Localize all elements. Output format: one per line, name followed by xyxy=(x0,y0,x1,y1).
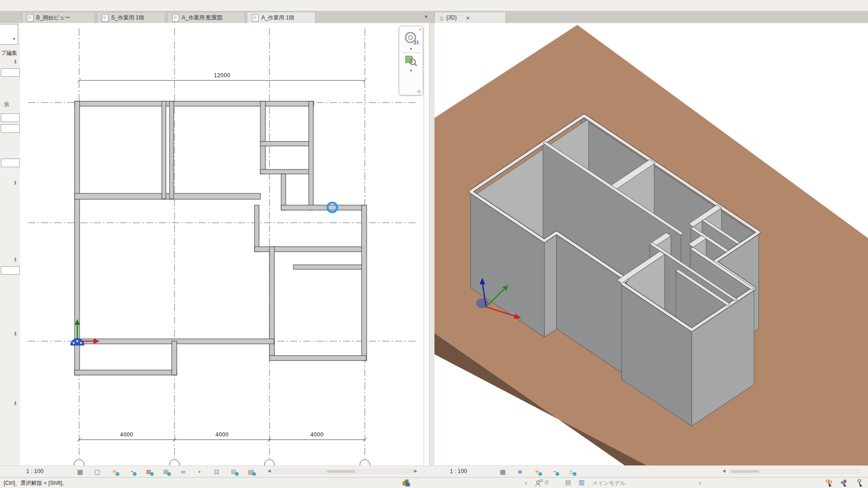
property-field[interactable] xyxy=(1,266,20,275)
navigation-bar: × 2D ▼ ▼ xyxy=(399,26,423,95)
scrollbar-thumb[interactable] xyxy=(327,470,355,473)
navbar-collapse-icon[interactable]: ⊖ xyxy=(417,89,421,94)
status-message: [Ctrl]、選択解除 = [Shift]。 xyxy=(4,479,68,487)
worksets-icon[interactable] xyxy=(402,479,410,487)
chevron-down-icon[interactable]: ▼ xyxy=(399,69,423,73)
detail-level-icon[interactable]: ▦ xyxy=(75,467,85,476)
view-icon xyxy=(102,14,108,22)
shadows-icon[interactable]: ◔ xyxy=(127,467,137,476)
revit-window: B_開始ビュー S_作業用 1階 A_作業用 配置図 A_作業用 1階 ▼ ⌂ … xyxy=(0,0,868,488)
plan-view-window: 12000 4000 4000 4000 xyxy=(20,23,429,465)
collapse-section-icon[interactable]: ∧∧ xyxy=(13,60,18,64)
dim-text[interactable]: 4000 xyxy=(215,432,228,438)
show-rendering-dialog-icon[interactable]: ♨ xyxy=(566,467,576,476)
visual-style-icon[interactable]: ▢ xyxy=(92,467,102,476)
property-field[interactable] xyxy=(1,113,20,122)
dim-text[interactable]: 4000 xyxy=(310,432,323,438)
3d-view-window xyxy=(434,23,868,465)
plan-canvas[interactable]: 12000 4000 4000 4000 xyxy=(20,23,424,465)
design-options-icon[interactable]: ▤ xyxy=(565,479,571,486)
active-design-option-label: メインモデル xyxy=(592,479,626,487)
tab-label: A_作業用 1階 xyxy=(261,14,294,22)
design-options-chevron-icon[interactable]: ∨ xyxy=(698,481,702,485)
wheel-2d-label: 2D xyxy=(413,40,419,45)
tab-label: B_開始ビュー xyxy=(36,14,70,22)
grid-bubbles[interactable] xyxy=(74,460,370,465)
type-selector-dropdown[interactable]: ▼ xyxy=(0,24,18,45)
temporary-view-properties-icon[interactable]: ● xyxy=(194,467,204,476)
close-icon[interactable]: × xyxy=(466,14,470,22)
collapse-section-icon[interactable]: ∧∧ xyxy=(13,181,18,185)
property-field[interactable] xyxy=(1,159,20,167)
select-underlay-icon[interactable] xyxy=(840,479,848,487)
view-icon xyxy=(27,14,33,22)
collapse-section-icon[interactable]: ∧∧ xyxy=(13,258,18,262)
scroll-left-icon[interactable]: ◀ xyxy=(268,469,271,473)
active-design-option-icon[interactable]: ▥ xyxy=(579,479,585,486)
zoom-region-icon xyxy=(404,54,418,67)
dim-text[interactable]: 4000 xyxy=(120,432,133,438)
properties-palette-fragment: ▼ プ編集 ∧∧ 示 ∧∧ ∧∧ ∧∧ ∧∧ xyxy=(0,23,20,465)
crop-view-icon[interactable]: ⊠ xyxy=(144,467,154,476)
status-bar: [Ctrl]、選択解除 = [Shift]。 ∨ :0 ▤ ▥ メインモデル ∨ xyxy=(0,477,868,488)
worksharing-display-icon[interactable]: ▤ xyxy=(246,467,256,476)
property-label: 示 xyxy=(4,101,9,108)
view-icon xyxy=(252,14,259,22)
select-pinned-icon[interactable] xyxy=(856,479,864,487)
dimension-bottom[interactable] xyxy=(77,438,367,441)
scroll-left-icon[interactable]: ◀ xyxy=(722,469,726,473)
steering-wheel-button[interactable]: 2D ▼ xyxy=(399,32,423,51)
zoom-region-button[interactable]: ▼ xyxy=(399,54,423,73)
select-links-icon[interactable] xyxy=(825,479,833,487)
reveal-hidden-elements-icon[interactable]: ∞ xyxy=(178,467,188,476)
dim-text[interactable]: 12000 xyxy=(214,72,231,79)
tab-a-work-siteplan[interactable]: A_作業用 配置図 xyxy=(167,12,245,23)
ribbon-bottom-strip xyxy=(0,0,868,11)
plan-horizontal-scrollbar[interactable] xyxy=(274,469,412,474)
chevron-down-icon[interactable]: ▼ xyxy=(399,47,423,51)
tab-a-work-1f[interactable]: A_作業用 1階 xyxy=(247,12,316,23)
show-crop-region-icon[interactable]: ⊞ xyxy=(161,467,171,476)
plan-vertical-scrollbar[interactable]: ▲ ▼ xyxy=(424,23,424,465)
view-tab-bar: B_開始ビュー S_作業用 1階 A_作業用 配置図 A_作業用 1階 ▼ ⌂ … xyxy=(0,11,868,23)
property-field[interactable] xyxy=(1,124,20,133)
sun-path-icon[interactable]: ☀ xyxy=(532,467,542,476)
plan-view-control-bar: 1 : 100 ▦ ▢ ☀ ◔ ⊠ ⊞ ∞ ● ⊡ ⊟ ▤ ◀ ▶ ⋰ xyxy=(20,466,429,478)
3d-horizontal-scrollbar[interactable] xyxy=(729,469,860,474)
steering-wheel-icon: 2D xyxy=(403,32,419,45)
navbar-close-icon[interactable]: × xyxy=(419,27,421,32)
tab-start-view[interactable]: B_開始ビュー xyxy=(22,12,95,23)
scrollbar-thumb[interactable] xyxy=(731,470,759,473)
tab-label: S_作業用 1階 xyxy=(111,14,144,22)
tab-label: A_作業用 配置図 xyxy=(182,14,222,22)
shadows-icon[interactable]: ◔ xyxy=(549,467,559,476)
scroll-right-icon[interactable]: ▶ xyxy=(414,469,417,473)
editing-requests-icon[interactable] xyxy=(535,479,543,487)
scale-button[interactable]: 1 : 100 xyxy=(26,468,43,474)
detail-level-icon[interactable]: ▦ xyxy=(498,467,508,476)
dimension-top[interactable] xyxy=(77,79,367,82)
home-icon: ⌂ xyxy=(439,14,443,21)
tab-3d-view[interactable]: ⌂ {3D} × xyxy=(434,12,506,23)
reveal-constraints-icon[interactable]: ⊟ xyxy=(229,467,239,476)
tab-list-chevron-icon[interactable]: ▼ xyxy=(424,14,428,19)
editing-requests-count: :0 xyxy=(544,479,548,486)
scale-button[interactable]: 1 : 100 xyxy=(450,468,467,474)
edit-type-label[interactable]: プ編集 xyxy=(1,49,17,57)
property-field[interactable] xyxy=(1,68,20,77)
view-icon xyxy=(172,14,179,22)
sun-path-icon[interactable]: ☀ xyxy=(109,467,119,476)
walls[interactable] xyxy=(75,101,367,375)
3d-canvas[interactable] xyxy=(434,23,868,465)
collapse-section-icon[interactable]: ∧∧ xyxy=(13,402,18,405)
tab-label: {3D} xyxy=(446,14,457,21)
pane-resize-handle[interactable]: ⋰ xyxy=(421,469,425,474)
grid-lines[interactable] xyxy=(28,28,418,458)
3d-view-control-bar: 1 : 100 ▦ ■ ☀ ◔ ♨ ◀ xyxy=(434,466,868,478)
worksets-chevron-icon[interactable]: ∨ xyxy=(524,481,528,485)
visual-style-icon[interactable]: ■ xyxy=(515,467,525,476)
collapse-section-icon[interactable]: ∧∧ xyxy=(13,332,18,336)
tab-s-work-1f[interactable]: S_作業用 1階 xyxy=(97,12,165,23)
analytical-model-icon[interactable]: ⊡ xyxy=(212,467,222,476)
view-control-bars: 1 : 100 ▦ ▢ ☀ ◔ ⊠ ⊞ ∞ ● ⊡ ⊟ ▤ ◀ ▶ ⋰ 1 : … xyxy=(0,465,868,478)
